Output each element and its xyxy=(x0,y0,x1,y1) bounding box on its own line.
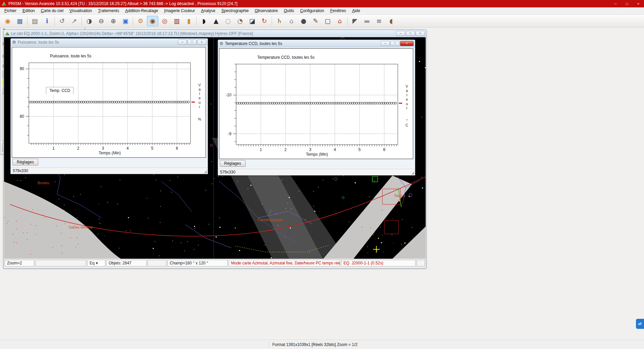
sky-frame-cell: EQ. J2000-1-1 (0.52s) xyxy=(341,260,416,266)
flip-icon[interactable]: ↗ xyxy=(68,16,80,26)
menu-visualisation[interactable]: Visualisation xyxy=(66,7,95,14)
tab-temp-ccd[interactable]: Temp. CCD xyxy=(46,87,73,94)
image-window-icon[interactable]: ▣ xyxy=(120,16,131,26)
menu-analyse[interactable]: Analyse xyxy=(198,7,218,14)
menu-aide[interactable]: Aide xyxy=(349,7,363,14)
comet-icon[interactable]: ◗ xyxy=(198,16,210,26)
svg-text:°: ° xyxy=(406,118,408,122)
dark-image-icon[interactable]: ◪ xyxy=(247,16,258,26)
menu-imagerie-couleur[interactable]: Imagerie Couleur xyxy=(161,7,198,14)
menu-carte-du-ciel[interactable]: Carte du ciel xyxy=(38,7,66,14)
panel-gray-icon[interactable]: ▬ xyxy=(361,16,373,26)
menu-observatoire[interactable]: Observatoire xyxy=(252,7,281,14)
focuser-icon[interactable]: ▮ xyxy=(183,16,195,26)
svg-text:Puissance, toute les 5s: Puissance, toute les 5s xyxy=(50,54,91,58)
divider xyxy=(268,341,269,348)
sky-maximize-button[interactable]: □ xyxy=(406,31,415,36)
svg-text:5: 5 xyxy=(151,146,154,151)
load-image-icon[interactable]: ◉ xyxy=(2,16,13,26)
teamviewer-icon[interactable]: ⇄ xyxy=(636,319,644,329)
sky-window-titlebar[interactable]: Le ciel EQ.2000-1-1, Zoom=2, Alpha= 22h2… xyxy=(4,30,426,37)
resize-grip-icon[interactable] xyxy=(411,171,414,174)
svg-text:a: a xyxy=(199,87,201,91)
resize-grip-icon[interactable] xyxy=(204,170,207,173)
temperature-minimize-button[interactable]: ─ xyxy=(381,41,390,46)
svg-text:V: V xyxy=(406,84,408,88)
svg-text:90: 90 xyxy=(20,66,24,71)
svg-text:Temps (Min): Temps (Min) xyxy=(306,152,328,157)
power-statusbar: 579x330 xyxy=(11,167,208,174)
cone-icon[interactable]: ▲ xyxy=(210,16,222,26)
power-window-titlebar[interactable]: ⚙ Puissance, toute les 5s ─ □ × xyxy=(11,39,208,46)
power-window-title: Puissance, toute les 5s xyxy=(18,40,59,45)
menu-edition[interactable]: Edition xyxy=(19,7,38,14)
temperature-chart-panel: -10-9123456Temps (Min)Temperature CCD, t… xyxy=(219,48,413,159)
moon-icon[interactable]: ● xyxy=(298,16,309,26)
app-minimize-button[interactable]: ─ xyxy=(610,0,621,7)
toolbar-separator xyxy=(27,17,28,26)
temperature-close-button[interactable]: × xyxy=(400,41,414,46)
temperature-maximize-button[interactable]: □ xyxy=(390,41,399,46)
app-close-button[interactable]: × xyxy=(633,0,644,7)
instrument-icon[interactable]: ◖ xyxy=(385,16,397,26)
contrast-icon[interactable]: ◑ xyxy=(84,16,95,26)
camera-lens-icon[interactable]: ◎ xyxy=(159,16,170,26)
menu-traitements[interactable]: Traitements xyxy=(95,7,122,14)
menu-addition-recalage[interactable]: Addition-Recalage xyxy=(122,7,161,14)
projection-dropdown[interactable]: Eq ▾ xyxy=(87,260,105,266)
menu-configuration[interactable]: Configuration xyxy=(297,7,327,14)
svg-text:a: a xyxy=(406,89,408,93)
power-maximize-button[interactable]: □ xyxy=(187,40,197,45)
ccd-camera-icon[interactable]: ▥ xyxy=(171,16,182,26)
print-icon[interactable]: ▤ xyxy=(29,16,41,26)
dome-white-icon[interactable]: ⌂ xyxy=(286,16,297,26)
svg-text:2: 2 xyxy=(77,146,79,151)
histogram-icon[interactable]: ≡ xyxy=(373,16,385,26)
power-minimize-button[interactable]: ─ xyxy=(178,40,187,45)
toolbar-separator xyxy=(272,17,272,26)
sky-minimize-button[interactable]: ─ xyxy=(396,31,405,36)
svg-text:Temps (Min): Temps (Min) xyxy=(99,151,121,155)
gear-icon: ⚙ xyxy=(12,40,16,44)
refresh-red-icon[interactable]: ↻ xyxy=(259,16,270,26)
svg-text:3: 3 xyxy=(309,147,311,152)
svg-text:6: 6 xyxy=(383,147,385,152)
window-dark-icon[interactable]: ▢ xyxy=(322,16,333,26)
menu-fen-tres[interactable]: Fenêtres xyxy=(327,7,349,14)
svg-text:1: 1 xyxy=(260,147,262,152)
paint-icon[interactable]: ✎ xyxy=(310,16,321,26)
temperature-reglages-button[interactable]: Réglages xyxy=(220,160,246,167)
power-window: ⚙ Puissance, toute les 5s ─ □ × 90801234… xyxy=(10,38,208,174)
save-icon[interactable]: ▦ xyxy=(14,16,25,26)
rotate-icon[interactable]: ↺ xyxy=(56,16,68,26)
sky-window-icon xyxy=(5,32,9,35)
process-gear-icon[interactable]: ⚙ xyxy=(135,16,146,26)
zoom-out-icon[interactable]: ⊖ xyxy=(96,16,107,26)
power-reglages-button[interactable]: Réglages xyxy=(12,159,38,165)
svg-text:l: l xyxy=(407,93,407,97)
temperature-window-titlebar[interactable]: ⚙ Temperature CCD, toutes les 5s ─ □ × xyxy=(218,40,415,47)
app-maximize-button[interactable]: □ xyxy=(621,0,633,7)
sky-blank-cell xyxy=(35,260,86,266)
saturn-icon[interactable]: ♄ xyxy=(274,16,285,26)
sphere-grid-icon[interactable]: ◌ xyxy=(222,16,234,26)
telescope-icon[interactable]: ◤ xyxy=(349,16,361,26)
menu-spectrographie[interactable]: Spectrographie xyxy=(218,7,252,14)
dome-red-icon[interactable]: ⌂ xyxy=(334,16,345,26)
app-title: PRISM - Version Avancée 10.3.51.424 {TU … xyxy=(8,1,237,6)
svg-text:u: u xyxy=(199,100,201,104)
camera-acquisition-icon[interactable]: ◉ xyxy=(147,16,158,26)
menu-fichier[interactable]: Fichier xyxy=(1,7,19,14)
sky-objects-cell: Objets: 2847 xyxy=(106,260,147,266)
sky-blank-cell-2 xyxy=(148,260,166,266)
svg-text:e: e xyxy=(406,97,408,101)
sky-close-button[interactable]: × xyxy=(416,31,425,36)
zoom-in-icon[interactable]: ⊕ xyxy=(108,16,119,26)
info-icon[interactable]: ℹ xyxy=(41,16,53,26)
svg-text:1: 1 xyxy=(52,146,55,151)
chevron-down-icon: ▾ xyxy=(96,260,98,266)
sky-window-title: Le ciel EQ.2000-1-1, Zoom=2, Alpha= 22h2… xyxy=(11,31,253,36)
power-close-button[interactable]: × xyxy=(197,40,206,45)
tools-sphere-icon[interactable]: ◔ xyxy=(234,16,246,26)
menu-outils[interactable]: Outils xyxy=(281,7,297,14)
